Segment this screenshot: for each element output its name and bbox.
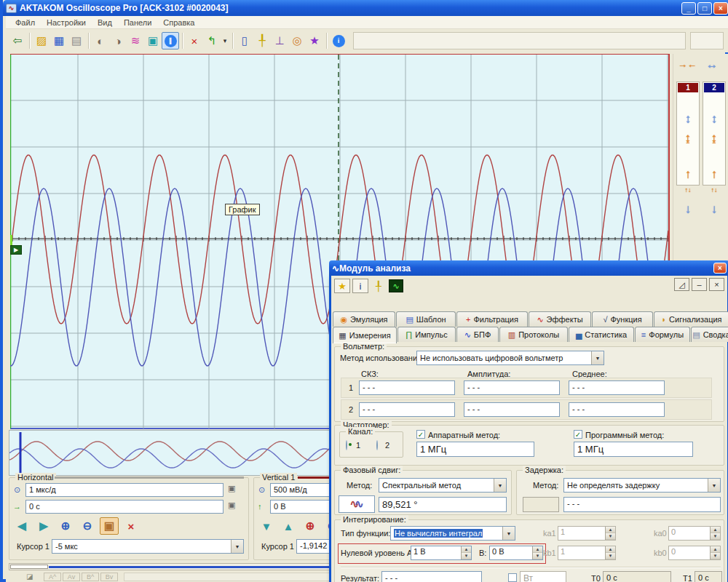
tab-измерения[interactable]: ▦Измерения [333,327,397,343]
pause-button[interactable]: ∥ [162,32,179,49]
chevron-down-icon[interactable]: ▼ [708,479,720,492]
move-up-button-ch1[interactable]: ↑ [678,167,698,182]
t-square-icon[interactable]: ╀ [371,279,387,293]
delay-method-combobox[interactable]: Не определять задержку ▼ [563,478,721,493]
spin-up-icon[interactable]: ▲ [606,546,615,553]
time-offset-input[interactable]: 0 с [25,500,223,514]
menu-item-4[interactable]: Панели [119,17,157,28]
scope-screen-icon[interactable]: ∿ [389,279,403,292]
cursor-step-button-B-down[interactable]: Bv [100,573,118,581]
shift-up-button[interactable]: ▲ [279,517,298,535]
minimize-button[interactable]: _ [681,2,696,15]
menu-item-3[interactable]: Вид [92,17,117,28]
result-value[interactable]: - - - [381,571,482,582]
clear-icon[interactable]: × [186,32,203,49]
cursor-step-button-B-up[interactable]: B^ [82,573,99,581]
expand-horizontal-button[interactable]: ↔ [703,58,721,73]
scroll-right-button[interactable]: ▶ [34,517,53,535]
tab-сигнализация[interactable]: ◗Сигнализация [654,311,728,327]
slider-handle[interactable] [10,565,48,569]
waves-icon[interactable]: ≋ [127,32,144,49]
hardware-frequency-value[interactable]: 1 МГц [416,442,534,457]
display-icon[interactable]: ▣ [144,32,162,49]
compress-vertical-button-ch1[interactable]: ↨ [678,131,698,146]
menu-item-5[interactable]: Справка [158,17,199,28]
trigger-marker[interactable]: ▶ [10,245,22,255]
snapshot-a-icon[interactable]: ◐ [92,32,109,49]
kb0-spinner[interactable]: 0 ▲▼ [668,546,721,560]
spin-up-icon[interactable]: ▲ [462,546,471,553]
channel1-radio[interactable] [346,440,347,450]
expand-vertical-button-ch2[interactable]: ↕ [704,112,724,127]
hardware-sync-icon[interactable]: ▣ [228,501,235,510]
exit-icon[interactable]: ⇦ [9,32,26,49]
dialog-close-button[interactable]: × [713,263,727,274]
tab-функция[interactable]: √Функция [592,311,653,327]
maximize-button[interactable]: □ [697,2,712,15]
zoom-in-button[interactable]: ⊕ [56,517,75,535]
spin-down-icon[interactable]: ▼ [533,553,542,559]
move-down-button-ch1[interactable]: ↓ [678,202,698,217]
phase-method-combobox[interactable]: Спектральный метод ▼ [379,478,507,493]
loupe-icon[interactable]: ◎ [288,32,306,49]
tab-сводка[interactable]: ▤Сводка [691,327,728,342]
chevron-down-icon[interactable]: ▼ [502,527,515,540]
fine-move-button-ch2[interactable]: ↑↓ [704,186,724,194]
time-scale-input[interactable]: 1 мкс/д [25,483,223,497]
tab-бпф[interactable]: ∿БПФ [456,327,499,342]
tab-фильтрация[interactable]: +Фильтрация [456,311,528,327]
software-method-checkbox[interactable]: ✓ [574,430,582,439]
kb1-spinner[interactable]: 1 ▲▼ [558,546,616,560]
ka1-spinner[interactable]: 1 ▲▼ [558,526,616,541]
tab-эмуляция[interactable]: ◉Эмуляция [333,311,395,327]
hardware-method-checkbox[interactable]: ✓ [416,430,425,439]
cursor-step-button-A-up[interactable]: A^ [44,573,61,581]
snapshot-b-icon[interactable]: ◑ [109,32,127,49]
zoom-box-button[interactable]: ▣ [100,517,119,535]
cursor1-combobox[interactable]: -5 мкс ▼ [52,539,244,554]
tab-статистика[interactable]: ▅Статистика [569,327,634,342]
dock-button[interactable]: ◿ [674,278,689,291]
hardware-sync-icon[interactable]: ▣ [228,484,235,493]
info-icon[interactable]: i [330,32,347,49]
tab-протоколы[interactable]: ▥Протоколы [499,327,568,342]
channel-1-header[interactable]: 1 [678,83,698,92]
print-icon[interactable]: ▤ [68,32,85,49]
dropdown-arrow-icon[interactable]: ▾ [221,32,229,49]
spin-up-icon[interactable]: ▲ [711,527,720,533]
wizard-icon[interactable]: ★ [306,32,323,49]
zoom-in-button[interactable]: ⊕ [301,517,320,535]
favorites-icon[interactable]: ★ [334,279,350,293]
spin-up-icon[interactable]: ▲ [533,546,542,553]
spin-up-icon[interactable]: ▲ [711,546,720,553]
menu-item-2[interactable]: Настройки [41,17,91,28]
watt-checkbox[interactable]: ✓ [508,573,517,582]
channel2-radio[interactable] [376,440,378,450]
tools-icon[interactable]: ⊥ [271,32,288,49]
spin-up-icon[interactable]: ▲ [606,527,615,533]
scroll-left-button[interactable]: ◀ [12,517,31,535]
spin-down-icon[interactable]: ▼ [711,533,720,540]
close-button[interactable]: × [713,2,728,15]
compress-vertical-button-ch2[interactable]: ↨ [704,131,724,146]
tab-шаблон[interactable]: ▤Шаблон [396,311,456,327]
tab-импульс[interactable]: ∏Импульс [397,327,456,342]
zero-level-a-spinner[interactable]: 1 В ▲▼ [411,546,472,560]
trigger-level-bar[interactable] [10,235,12,245]
voltmeter-method-combobox[interactable]: Не использовать цифровой вольтметр ▼ [416,351,604,365]
tab-эффекты[interactable]: ∿Эффекты [529,311,591,327]
cursor-step-button-A-down[interactable]: Av [63,573,80,581]
move-up-button-ch2[interactable]: ↑ [704,167,724,182]
move-down-button-ch2[interactable]: ↓ [704,202,724,217]
zoom-out-button[interactable]: ⊖ [78,517,97,535]
spin-down-icon[interactable]: ▼ [711,553,720,559]
channel-2-header[interactable]: 2 [704,83,724,92]
spin-down-icon[interactable]: ▼ [606,533,615,540]
chevron-down-icon[interactable]: ▼ [494,479,506,492]
shift-down-button[interactable]: ▼ [257,517,276,535]
export-icon[interactable]: ↰ [203,32,221,49]
spin-down-icon[interactable]: ▼ [606,553,615,559]
menu-item-1[interactable]: Файл [10,17,40,28]
close-panel-button[interactable]: × [709,278,724,291]
expand-vertical-button-ch1[interactable]: ↕ [678,112,698,127]
